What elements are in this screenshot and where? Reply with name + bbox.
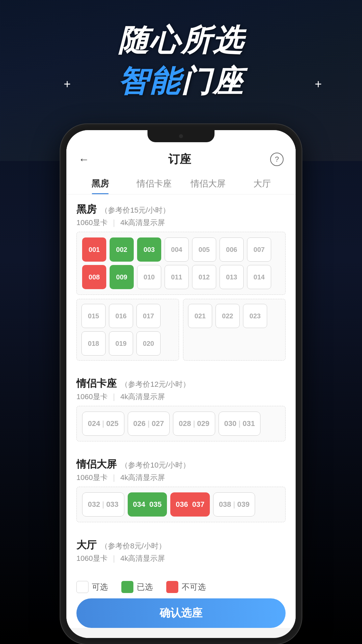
app-content: ← 订座 ? 黑房 情侣卡座 情侣大屏 大厅 黑房 bbox=[66, 130, 296, 628]
seat-010[interactable]: 010 bbox=[137, 265, 161, 289]
section-heifang: 黑房 （参考价15元/小时） 1060显卡｜4k高清显示屏 001 002 00… bbox=[66, 195, 296, 366]
seat-021[interactable]: 021 bbox=[188, 304, 212, 328]
heifang-sub-right: 021 022 023 bbox=[183, 299, 286, 361]
seat-013[interactable]: 013 bbox=[220, 265, 244, 289]
legend-dot-available bbox=[76, 581, 88, 593]
legend: 可选 已选 不可选 bbox=[66, 576, 296, 598]
legend-available: 可选 bbox=[76, 581, 108, 593]
section-couple-card-specs: 1060显卡｜4k高清显示屏 bbox=[76, 392, 286, 402]
seat-001[interactable]: 001 bbox=[82, 237, 106, 262]
tab-heifang[interactable]: 黑房 bbox=[73, 172, 127, 194]
phone-frame: ← 订座 ? 黑房 情侣卡座 情侣大屏 大厅 黑房 bbox=[60, 124, 302, 644]
section-heifang-price: （参考价15元/小时） bbox=[101, 206, 170, 214]
seat-019[interactable]: 019 bbox=[109, 331, 133, 356]
help-button[interactable]: ? bbox=[270, 153, 284, 166]
page-title: 订座 bbox=[168, 152, 191, 167]
app-header: ← 订座 ? bbox=[66, 145, 296, 172]
seat-012[interactable]: 012 bbox=[192, 265, 216, 289]
tab-couple-big[interactable]: 情侣大屏 bbox=[181, 172, 235, 194]
legend-dot-occupied bbox=[166, 581, 178, 593]
hero-section: + + + 随心所选 智能门座 bbox=[0, 20, 362, 102]
section-couple-big-specs: 1060显卡｜4k高清显示屏 bbox=[76, 473, 286, 483]
section-couple-card: 情侣卡座 （参考价12元/小时） 1060显卡｜4k高清显示屏 024 | 02… bbox=[66, 369, 296, 447]
section-heifang-header: 黑房 （参考价15元/小时） 1060显卡｜4k高清显示屏 bbox=[76, 203, 286, 228]
seat-row-2: 008 009 010 011 012 013 014 bbox=[82, 265, 280, 289]
legend-occupied-label: 不可选 bbox=[182, 582, 206, 592]
legend-selected-label: 已选 bbox=[137, 582, 153, 592]
section-couple-big-title: 情侣大屏 bbox=[76, 459, 117, 470]
seat-pair-038-039[interactable]: 038 | 039 bbox=[213, 492, 255, 517]
seat-row-3: 015 016 017 bbox=[81, 304, 174, 328]
star-icon-1: + bbox=[127, 23, 134, 38]
section-hall-specs: 1060显卡｜4k高清显示屏 bbox=[76, 553, 286, 564]
seat-003[interactable]: 003 bbox=[137, 237, 161, 262]
seat-014[interactable]: 014 bbox=[247, 265, 271, 289]
seat-020[interactable]: 020 bbox=[136, 331, 161, 356]
phone-screen: ← 订座 ? 黑房 情侣卡座 情侣大屏 大厅 黑房 bbox=[66, 130, 296, 638]
tab-couple-card[interactable]: 情侣卡座 bbox=[127, 172, 181, 194]
heifang-sub-left: 015 016 017 018 019 020 bbox=[76, 299, 179, 361]
seat-005[interactable]: 005 bbox=[192, 237, 216, 262]
couple-card-grid: 024 | 025 026 | 027 028 | 029 030 | 031 bbox=[76, 406, 286, 441]
star-icon-2: + bbox=[64, 77, 71, 91]
seat-004[interactable]: 004 bbox=[165, 237, 189, 262]
seat-002[interactable]: 002 bbox=[110, 237, 134, 262]
seat-row-1: 001 002 003 004 005 006 007 bbox=[82, 237, 280, 262]
legend-occupied: 不可选 bbox=[166, 581, 206, 593]
seat-007[interactable]: 007 bbox=[247, 237, 271, 262]
section-heifang-title: 黑房 bbox=[76, 204, 97, 215]
legend-available-label: 可选 bbox=[92, 582, 108, 592]
hero-title-line2: 智能门座 bbox=[0, 61, 362, 102]
seat-011[interactable]: 011 bbox=[165, 265, 189, 289]
heifang-main-grid: 001 002 003 004 005 006 007 008 009 010 bbox=[76, 232, 286, 295]
seat-pair-036-037[interactable]: 036 037 bbox=[170, 492, 210, 517]
section-couple-card-header: 情侣卡座 （参考价12元/小时） 1060显卡｜4k高清显示屏 bbox=[76, 377, 286, 402]
seat-008[interactable]: 008 bbox=[82, 265, 106, 289]
section-hall-price: （参考价8元/小时） bbox=[101, 542, 166, 550]
seat-pair-028-029[interactable]: 028 | 029 bbox=[173, 412, 215, 436]
seat-015[interactable]: 015 bbox=[81, 304, 106, 328]
legend-selected: 已选 bbox=[121, 581, 153, 593]
seat-023[interactable]: 023 bbox=[243, 304, 267, 328]
hero-white: 门座 bbox=[181, 64, 244, 98]
seat-pair-026-027[interactable]: 026 | 027 bbox=[128, 412, 170, 436]
couple-big-row-1: 032 | 033 034 035 036 037 038 | 039 bbox=[82, 492, 280, 517]
section-couple-card-title: 情侣卡座 bbox=[76, 378, 117, 389]
seat-pair-024-025[interactable]: 024 | 025 bbox=[82, 412, 124, 436]
couple-card-row-1: 024 | 025 026 | 027 028 | 029 030 | 031 bbox=[82, 412, 280, 436]
tab-hall[interactable]: 大厅 bbox=[235, 172, 289, 194]
section-hall-header: 大厅 （参考价8元/小时） 1060显卡｜4k高清显示屏 bbox=[76, 538, 286, 564]
confirm-button[interactable]: 确认选座 bbox=[76, 598, 286, 628]
seat-row-4: 018 019 020 bbox=[81, 331, 174, 356]
couple-big-grid: 032 | 033 034 035 036 037 038 | 039 bbox=[76, 487, 286, 522]
help-icon: ? bbox=[275, 155, 279, 164]
back-button[interactable]: ← bbox=[78, 153, 89, 166]
phone-notch bbox=[147, 130, 215, 142]
hero-title-line1: 随心所选 bbox=[0, 20, 362, 61]
seat-006[interactable]: 006 bbox=[220, 237, 244, 262]
section-couple-card-price: （参考价12元/小时） bbox=[121, 380, 190, 388]
camera-icon bbox=[179, 134, 183, 138]
tabs-bar: 黑房 情侣卡座 情侣大屏 大厅 bbox=[66, 172, 296, 195]
section-heifang-specs: 1060显卡｜4k高清显示屏 bbox=[76, 218, 286, 228]
seat-pair-034-035[interactable]: 034 035 bbox=[128, 492, 167, 517]
seat-016[interactable]: 016 bbox=[109, 304, 133, 328]
section-couple-big-price: （参考价10元/小时） bbox=[121, 461, 190, 469]
seat-017[interactable]: 017 bbox=[136, 304, 161, 328]
seat-022[interactable]: 022 bbox=[216, 304, 240, 328]
section-hall-title: 大厅 bbox=[76, 539, 97, 550]
heifang-sub-sections: 015 016 017 018 019 020 bbox=[76, 299, 286, 361]
seat-row-5: 021 022 023 bbox=[188, 304, 281, 328]
star-icon-3: + bbox=[315, 77, 322, 91]
section-couple-big-header: 情侣大屏 （参考价10元/小时） 1060显卡｜4k高清显示屏 bbox=[76, 458, 286, 483]
seat-009[interactable]: 009 bbox=[110, 265, 134, 289]
phone-wrapper: ← 订座 ? 黑房 情侣卡座 情侣大屏 大厅 黑房 bbox=[60, 124, 302, 644]
seat-pair-030-031[interactable]: 030 | 031 bbox=[219, 412, 261, 436]
seat-018[interactable]: 018 bbox=[81, 331, 106, 356]
hero-highlight: 智能 bbox=[118, 64, 181, 98]
legend-dot-selected bbox=[121, 581, 133, 593]
section-hall: 大厅 （参考价8元/小时） 1060显卡｜4k高清显示屏 bbox=[66, 530, 296, 573]
section-couple-big: 情侣大屏 （参考价10元/小时） 1060显卡｜4k高清显示屏 032 | 03… bbox=[66, 449, 296, 528]
seat-pair-032-033[interactable]: 032 | 033 bbox=[82, 492, 124, 517]
